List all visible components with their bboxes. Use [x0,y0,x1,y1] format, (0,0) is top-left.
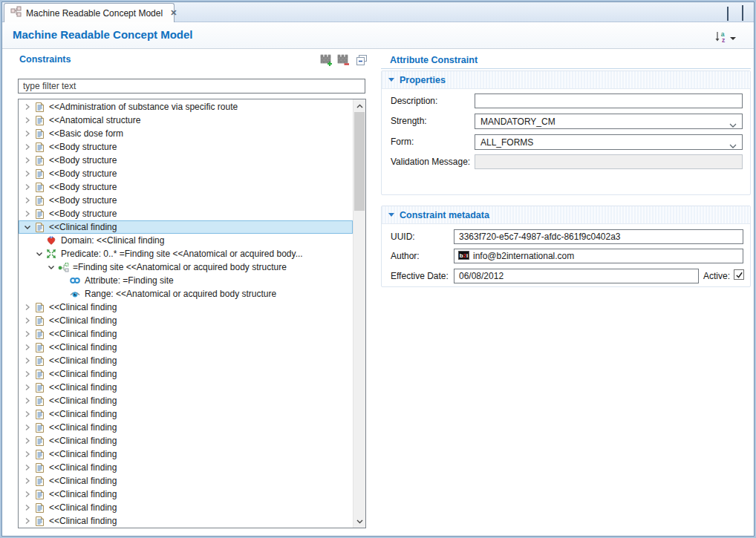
constraint-icon [33,355,45,367]
chevron-right-icon[interactable] [22,315,33,327]
chevron-right-icon[interactable] [22,301,33,313]
chevron-right-icon[interactable] [22,462,33,473]
constraint-icon [33,141,45,153]
minimize-icon[interactable] [727,7,729,21]
chevron-right-icon[interactable] [22,408,33,420]
tree-item[interactable]: <<Clinical finding [19,421,353,434]
chevron-right-icon[interactable] [22,421,33,433]
scroll-up-icon[interactable] [353,99,366,112]
chevron-right-icon[interactable] [22,395,33,407]
tree-item[interactable]: <<Clinical finding [19,514,353,528]
tree-item[interactable]: <<Clinical finding [19,461,353,474]
chevron-down-icon[interactable] [33,248,45,260]
chevron-right-icon[interactable] [22,168,33,180]
tree-item[interactable]: Range: <<Anatomical or acquired body str… [19,287,353,301]
tree-item[interactable]: <<Clinical finding [19,220,353,234]
tree-item[interactable]: =Finding site <<Anatomical or acquired b… [19,260,353,274]
active-checkbox[interactable] [734,269,744,280]
scroll-down-icon[interactable] [353,515,366,528]
tree-item[interactable]: <<Clinical finding [19,314,353,327]
maximize-icon[interactable] [742,7,743,21]
chevron-down-icon [730,37,736,40]
tree-item[interactable]: <<Clinical finding [19,394,353,407]
chevron-right-icon[interactable] [22,141,33,153]
validation-message-field [475,154,743,169]
tree-item[interactable]: <<Body structure [19,180,353,194]
chevron-right-icon[interactable] [22,128,33,140]
author-label: Author: [391,251,420,261]
tree-item[interactable]: Attribute: =Finding site [19,274,353,287]
tree-item-label: <<Clinical finding [48,489,118,499]
metadata-section-header[interactable]: Constraint metadata [382,206,750,224]
constraint-icon [33,435,45,447]
effective-date-field[interactable] [454,269,699,283]
add-constraint-button[interactable] [319,55,333,68]
author-field[interactable]: b2i info@b2international.com [454,249,743,263]
tree-item-label: <<Clinical finding [48,302,118,312]
form-select[interactable]: ALL_FORMS [475,134,743,150]
tree-item[interactable]: <<Clinical finding [19,474,353,488]
chevron-right-icon[interactable] [22,154,33,166]
chevron-right-icon[interactable] [22,515,33,527]
chevron-right-icon[interactable] [22,488,33,500]
properties-section: Properties Description: Strength: MANDAT… [381,70,751,195]
tree-item[interactable]: <<Body structure [19,194,353,207]
tree-item[interactable]: <<Clinical finding [19,354,353,367]
tree-item-label: Domain: <<Clinical finding [59,235,166,246]
chevron-right-icon[interactable] [22,435,33,447]
range-icon [69,288,81,300]
tree-item[interactable]: <<Administration of substance via specif… [19,100,353,114]
tree-item[interactable]: <<Clinical finding [19,407,353,421]
chevron-right-icon[interactable] [22,368,33,380]
editor-tab-strip: Machine Readable Concept Model ✕ [2,2,754,22]
chevron-down-icon[interactable] [22,221,33,233]
tree-item[interactable]: <<Clinical finding [19,501,353,514]
remove-constraint-button[interactable] [336,55,350,68]
tree-item[interactable]: <<Body structure [19,154,353,167]
tree-item[interactable]: <<Clinical finding [19,488,353,501]
chevron-right-icon[interactable] [22,355,33,367]
sort-button[interactable]: az [714,30,736,46]
tree-item[interactable]: <<Basic dose form [19,127,353,140]
chevron-right-icon[interactable] [22,101,33,113]
tree-item[interactable]: <<Body structure [19,140,353,154]
chevron-right-icon[interactable] [22,381,33,393]
chevron-down-icon[interactable] [45,261,57,273]
properties-section-header[interactable]: Properties [382,71,750,89]
close-icon[interactable]: ✕ [170,8,177,18]
filter-input[interactable] [18,79,365,94]
description-field[interactable] [475,94,743,108]
tree-item[interactable]: <<Body structure [19,207,353,220]
tree-scrollbar [353,99,365,528]
tree-item[interactable]: <<Clinical finding [19,301,353,314]
uuid-field[interactable] [454,229,743,244]
domain-icon [45,234,57,246]
tree-item[interactable]: <<Clinical finding [19,434,353,447]
chevron-right-icon[interactable] [22,341,33,353]
tree-item[interactable]: <<Clinical finding [19,367,353,381]
scrollbar-thumb[interactable] [354,112,365,211]
tree-item[interactable]: Predicate: 0..* =Finding site <<Anatomic… [19,247,353,260]
tree-item[interactable]: <<Clinical finding [19,381,353,394]
chevron-right-icon[interactable] [22,114,33,126]
chevron-right-icon[interactable] [22,194,33,206]
chevron-right-icon[interactable] [22,502,33,514]
strength-select[interactable]: MANDATORY_CM [475,114,743,129]
tree-item[interactable]: Domain: <<Clinical finding [19,234,353,247]
chevron-right-icon[interactable] [22,181,33,193]
chevron-right-icon[interactable] [22,328,33,340]
chevron-right-icon[interactable] [22,208,33,220]
tree-item[interactable]: <<Body structure [19,167,353,180]
tree-item[interactable]: <<Clinical finding [19,341,353,354]
chevron-right-icon[interactable] [22,475,33,487]
tree-item[interactable]: <<Anatomical structure [19,114,353,127]
constraint-icon [33,328,45,340]
editor-header: Machine Readable Concept Model az [2,22,754,49]
chevron-right-icon[interactable] [22,448,33,460]
tree-item[interactable]: <<Clinical finding [19,327,353,341]
collapse-all-button[interactable] [355,55,368,68]
tree-item[interactable]: <<Clinical finding [19,447,353,461]
tree-item-label: <<Clinical finding [48,355,118,366]
tree-item-label: <<Clinical finding [48,222,118,232]
editor-tab[interactable]: Machine Readable Concept Model ✕ [4,3,175,22]
